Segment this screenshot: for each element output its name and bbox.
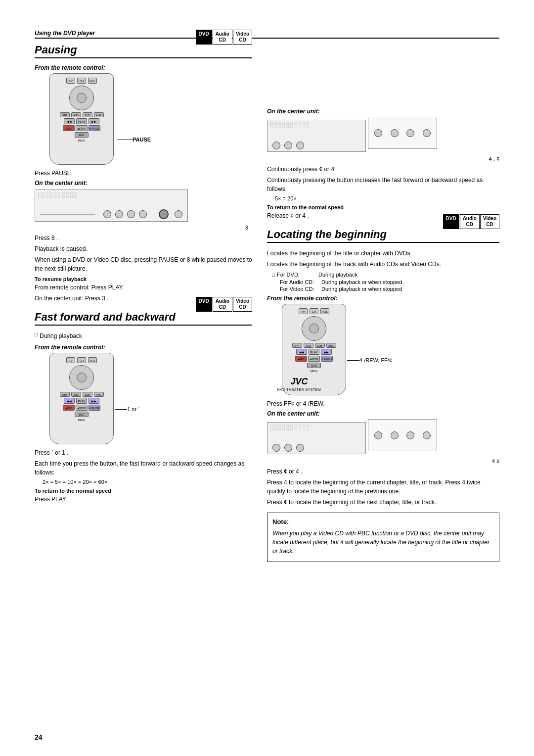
main-content: Pausing DVD AudioCD VideoCD From the rem… — [35, 44, 499, 562]
for-video-val: During playback or when stopped — [321, 286, 402, 292]
center-unit-pause: □ □ □ □ □ □ □ □ □ □□ □ □ □ □ □ □ □ □ □ — [35, 189, 188, 222]
ff-badges: DVD AudioCD VideoCD — [196, 297, 253, 312]
remote-diagram-pause: TV CH VOL STP AUD SUB ANG — [35, 73, 252, 165]
center-unit-right-row: □ □ □ □ □ □ □ □ □ □□ □ □ □ □ □ □ □ □ □ — [267, 117, 499, 155]
ff-speed-formula: 2× = 5× = 10× = 20× = 60× — [43, 479, 252, 485]
pausing-badges: DVD AudioCD VideoCD — [196, 30, 253, 45]
section-header: Using the DVD player — [35, 30, 499, 39]
jvc-logo: JVC — [274, 377, 324, 387]
ff-mr-stop: ■STOP — [76, 405, 88, 411]
mr-transport-1: ◀◀ PLAY ▶▶ — [50, 118, 113, 124]
jvc-subtitle: DVD THEATER SYSTEM — [274, 388, 324, 391]
ff-ann-line — [115, 409, 127, 410]
press-ff-rew: Press FF¢ or 4 /REW. — [267, 399, 499, 408]
cu-rp-3 — [406, 129, 414, 137]
mr-mid-row-1: STP AUD SUB ANG — [50, 112, 113, 117]
loc-mr-s1: STP — [292, 343, 302, 348]
for-video-label: For Video CD: — [280, 286, 319, 292]
cu-buttons-row-pause — [35, 207, 187, 221]
loc-mr-stop: ■STOP — [308, 356, 320, 362]
cu-btn-2 — [115, 210, 123, 218]
for-audio-label: For Audio CD: — [280, 279, 319, 285]
on-center-unit-pause: On the center unit: — [35, 180, 252, 187]
ff-badge-dvd: DVD — [196, 297, 212, 312]
ff-mr-small-1: STP — [60, 392, 70, 397]
ff-return-label: To return to the normal speed — [35, 488, 252, 494]
loc-mr-s4: ANG — [326, 343, 336, 348]
loc-mr-btn-2: CH — [310, 308, 318, 314]
rew-ann-line — [347, 360, 359, 361]
ff-mr-mid-row: STP AUD SUB ANG — [50, 392, 113, 397]
cu-loc-rp-1 — [374, 431, 382, 439]
mr-rew: ◀◀ — [64, 118, 75, 124]
ff-mr-transport: ◀◀ PLAY ▶▶ — [50, 398, 113, 404]
badge-audio: AudioCD — [213, 30, 232, 45]
ff-ann-label: 1 or ` — [127, 406, 140, 412]
continuously-section: On the center unit: □ □ □ □ □ □ □ □ □ □□… — [267, 108, 499, 220]
center-unit-loc: □ □ □ □ □ □ □ □ □ □□ □ □ □ □ □ □ □ □ □ — [267, 422, 366, 454]
press-pause-text: Press PAUSE. — [35, 169, 252, 178]
note-title: Note: — [272, 517, 494, 527]
mr-btn-2: CH — [77, 78, 86, 84]
during-playback-item: □ During playback — [35, 331, 252, 342]
note-bullet-1: When you play a Video CD with PBC functi… — [272, 529, 494, 556]
for-audio-row: For Audio CD: During playback or when st… — [280, 279, 499, 285]
ff-badge-audio: AudioCD — [213, 297, 232, 312]
mr-dvd-menu: DVD MENU — [75, 132, 89, 138]
mini-remote-pause: TV CH VOL STP AUD SUB ANG — [49, 73, 114, 165]
cu-bar — [40, 214, 95, 215]
loc-mr-dpad — [302, 316, 326, 341]
cu-right-label: 4 , ¢ — [267, 156, 499, 162]
page-number: 24 — [35, 733, 43, 741]
note-box: Note: When you play a Video CD with PBC … — [267, 513, 499, 562]
for-video-row: For Video CD: During playback or when st… — [280, 286, 499, 292]
ff-mr-pause: ⏸PAUSE — [89, 405, 100, 411]
cu-right-panel — [368, 117, 437, 149]
loc-return-label: To return to the normal speed — [267, 204, 499, 210]
press-4-desc: Press 4 to locate the beginning of the c… — [267, 478, 499, 496]
cu-r-btn-3 — [296, 142, 304, 149]
loc-mr-mid: STP AUD SUB ANG — [282, 343, 346, 348]
ff-mr-btn-1: TV — [66, 357, 75, 363]
cu-loc-rp-2 — [391, 431, 399, 439]
ff-mr-rec: ●REC — [63, 405, 75, 411]
mr-small-4: ANG — [94, 112, 104, 117]
cu-r-btn-1 — [272, 142, 280, 149]
left-column: Pausing DVD AudioCD VideoCD From the rem… — [35, 44, 252, 562]
loc-mr-btn-3: VOL — [320, 308, 329, 314]
cu-large-btn — [159, 209, 169, 219]
cu-loc-row: □ □ □ □ □ □ □ □ □ □□ □ □ □ □ □ □ □ □ □ — [267, 419, 499, 457]
rew-annotation: 4 /REW, FF/¢ — [347, 357, 392, 363]
loc-badge-audio: AudioCD — [460, 214, 480, 229]
center-unit-right-wrap: □ □ □ □ □ □ □ □ □ □□ □ □ □ □ □ □ □ □ □ — [267, 117, 499, 162]
continuously-desc: Continuously pressing the button increas… — [267, 176, 499, 193]
pause-label: PAUSE — [133, 137, 151, 142]
mr-stop: ■STOP — [76, 125, 88, 131]
loc-mr-rec: ●REC — [295, 356, 307, 362]
press-c-desc: Press ¢ to locate the beginning of the n… — [267, 498, 499, 507]
fast-forward-section: Fast forward and backward DVD AudioCD Vi… — [35, 311, 252, 504]
ff-mr-dvd-menu: DVD MENU — [75, 412, 89, 417]
press-ff-text: Press ` or 1 . — [35, 448, 252, 457]
continuously-text: Continuously press ¢ or 4 — [267, 165, 499, 174]
ff-mr-small-2: AUD — [71, 392, 81, 397]
loc-badge-video: VideoCD — [480, 214, 499, 229]
cu-loc-buttons — [267, 442, 365, 454]
cu-rp-1 — [374, 129, 382, 137]
loc-mr-dpad-inner — [309, 324, 319, 333]
loc-mr-play: PLAY — [309, 349, 319, 355]
when-using-text: When using a DVD or Video CD disc, press… — [35, 255, 252, 273]
mr-small-1: STP — [60, 112, 70, 117]
ff-mr-small-4: ANG — [94, 392, 104, 397]
fast-forward-title: Fast forward and backward — [35, 311, 252, 326]
mr-btn-1: TV — [66, 78, 75, 84]
center-unit-right: □ □ □ □ □ □ □ □ □ □□ □ □ □ □ □ □ □ □ □ — [267, 120, 366, 152]
cu-number: 8 — [35, 225, 248, 231]
to-resume-label: To resume playback — [35, 276, 252, 282]
right-column: On the center unit: □ □ □ □ □ □ □ □ □ □□… — [267, 44, 499, 562]
pause-annotation: PAUSE — [118, 137, 151, 142]
ff-mr-rew: ◀◀ — [64, 398, 75, 404]
mr-dpad — [69, 86, 94, 110]
loc-mr-dvd-menu: DVD MENU — [307, 363, 321, 368]
ff-mr-fwd: ▶▶ — [89, 398, 99, 404]
